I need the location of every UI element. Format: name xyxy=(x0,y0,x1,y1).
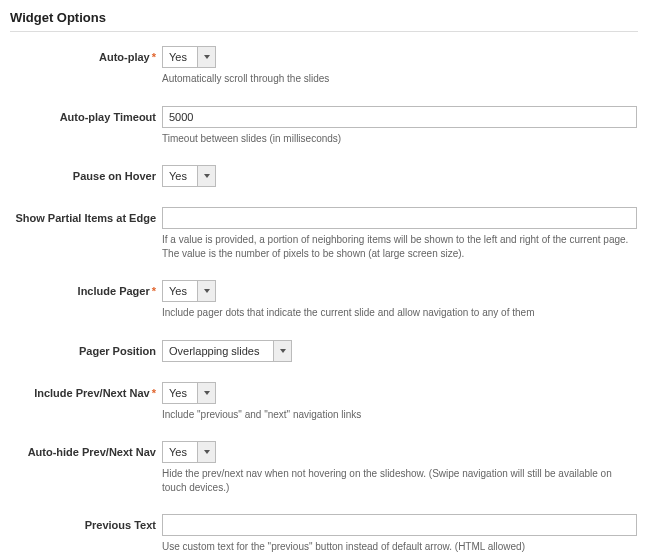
pause-on-hover-select-value: Yes xyxy=(163,166,197,186)
autohide-nav-select-toggle[interactable] xyxy=(197,442,215,462)
chevron-down-icon xyxy=(204,174,210,178)
pager-position-select[interactable]: Overlapping slides xyxy=(162,340,292,362)
autoplay-select[interactable]: Yes xyxy=(162,46,216,68)
autohide-nav-hint: Hide the prev/next nav when not hovering… xyxy=(162,467,638,494)
label-autoplay: Auto-play* xyxy=(10,46,162,64)
include-nav-select[interactable]: Yes xyxy=(162,382,216,404)
label-include-nav: Include Prev/Next Nav* xyxy=(10,382,162,400)
show-partial-input[interactable] xyxy=(162,207,637,229)
include-pager-select-value: Yes xyxy=(163,281,197,301)
chevron-down-icon xyxy=(204,450,210,454)
section-title: Widget Options xyxy=(10,8,638,32)
required-mark: * xyxy=(152,387,156,399)
row-autoplay-timeout: Auto-play Timeout Timeout between slides… xyxy=(10,106,638,146)
chevron-down-icon xyxy=(204,391,210,395)
autoplay-select-toggle[interactable] xyxy=(197,47,215,67)
previous-text-hint: Use custom text for the "previous" butto… xyxy=(162,540,638,552)
show-partial-hint: If a value is provided, a portion of nei… xyxy=(162,233,638,260)
label-previous-text: Previous Text xyxy=(10,514,162,532)
autohide-nav-select-value: Yes xyxy=(163,442,197,462)
autoplay-select-value: Yes xyxy=(163,47,197,67)
include-pager-select-toggle[interactable] xyxy=(197,281,215,301)
autohide-nav-select[interactable]: Yes xyxy=(162,441,216,463)
autoplay-timeout-input[interactable] xyxy=(162,106,637,128)
row-show-partial: Show Partial Items at Edge If a value is… xyxy=(10,207,638,260)
include-nav-select-toggle[interactable] xyxy=(197,383,215,403)
pager-position-select-value: Overlapping slides xyxy=(163,341,273,361)
label-pause-on-hover: Pause on Hover xyxy=(10,165,162,183)
label-include-pager: Include Pager* xyxy=(10,280,162,298)
include-nav-hint: Include "previous" and "next" navigation… xyxy=(162,408,638,422)
row-include-pager: Include Pager* Yes Include pager dots th… xyxy=(10,280,638,320)
include-nav-select-value: Yes xyxy=(163,383,197,403)
autoplay-hint: Automatically scroll through the slides xyxy=(162,72,638,86)
label-show-partial: Show Partial Items at Edge xyxy=(10,207,162,225)
autoplay-timeout-hint: Timeout between slides (in milliseconds) xyxy=(162,132,638,146)
row-autoplay: Auto-play* Yes Automatically scroll thro… xyxy=(10,46,638,86)
label-autoplay-timeout: Auto-play Timeout xyxy=(10,106,162,124)
row-autohide-nav: Auto-hide Prev/Next Nav Yes Hide the pre… xyxy=(10,441,638,494)
required-mark: * xyxy=(152,285,156,297)
include-pager-hint: Include pager dots that indicate the cur… xyxy=(162,306,638,320)
pause-on-hover-select-toggle[interactable] xyxy=(197,166,215,186)
row-pager-position: Pager Position Overlapping slides xyxy=(10,340,638,362)
label-autohide-nav: Auto-hide Prev/Next Nav xyxy=(10,441,162,459)
row-pause-on-hover: Pause on Hover Yes xyxy=(10,165,638,187)
label-pager-position: Pager Position xyxy=(10,340,162,358)
chevron-down-icon xyxy=(204,289,210,293)
chevron-down-icon xyxy=(204,55,210,59)
row-previous-text: Previous Text Use custom text for the "p… xyxy=(10,514,638,552)
previous-text-input[interactable] xyxy=(162,514,637,536)
pager-position-select-toggle[interactable] xyxy=(273,341,291,361)
pause-on-hover-select[interactable]: Yes xyxy=(162,165,216,187)
row-include-nav: Include Prev/Next Nav* Yes Include "prev… xyxy=(10,382,638,422)
include-pager-select[interactable]: Yes xyxy=(162,280,216,302)
chevron-down-icon xyxy=(280,349,286,353)
required-mark: * xyxy=(152,51,156,63)
